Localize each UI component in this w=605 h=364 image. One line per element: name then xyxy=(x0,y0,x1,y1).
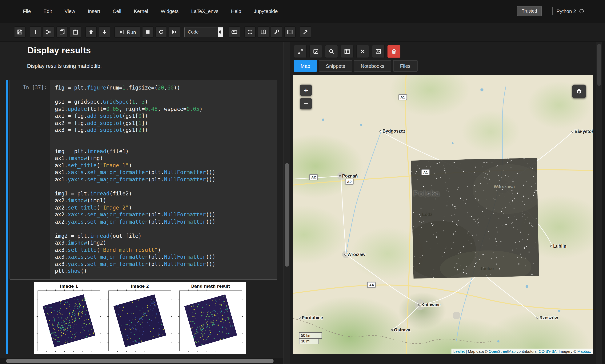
tab-notebooks[interactable]: Notebooks xyxy=(354,60,391,72)
map-scale: 50 km 30 mi xyxy=(299,332,322,344)
run-button[interactable]: Run xyxy=(114,26,140,38)
figure-subplot: Band math result xyxy=(176,283,245,353)
expand-icon xyxy=(297,48,303,54)
zoom-in-button[interactable]: + xyxy=(300,85,312,96)
city-label: Łódź xyxy=(422,212,432,217)
horizontal-scrollbar[interactable] xyxy=(0,358,283,364)
save-icon xyxy=(17,29,23,35)
road-badge-a2: A2 xyxy=(309,174,318,180)
city-dot-icon xyxy=(550,245,552,247)
wrench-button[interactable] xyxy=(271,26,282,38)
app-window: FileEditViewInsertCellKernelWidgetsLaTeX… xyxy=(0,0,605,364)
attribution-link[interactable]: Mapbox xyxy=(577,349,591,353)
attribution-link[interactable]: CC-BY-SA xyxy=(539,349,557,353)
menu-item-file[interactable]: File xyxy=(23,8,31,14)
menu-item-cell[interactable]: Cell xyxy=(113,8,121,14)
save-button[interactable] xyxy=(14,26,26,38)
cut-cells-button[interactable] xyxy=(43,26,54,38)
notebook-toolbar: Run Code xyxy=(0,22,605,42)
tab-snippets[interactable]: Snippets xyxy=(319,60,352,72)
city-dot-icon xyxy=(344,254,346,255)
code-editor[interactable]: fig = plt.figure(num=1,figsize=(20,60)) … xyxy=(50,80,277,279)
dropdown-arrow-icon xyxy=(218,27,223,37)
menu-item-widgets[interactable]: Widgets xyxy=(161,8,179,14)
move-cell-down-button[interactable] xyxy=(99,26,110,38)
city-dot-icon xyxy=(339,175,341,177)
menu-item-latex_envs[interactable]: LaTeX_envs xyxy=(191,8,219,14)
city-name: Pardubice xyxy=(302,315,323,320)
command-palette-button[interactable] xyxy=(229,26,240,38)
arrow-down-icon xyxy=(101,29,107,35)
zoom-control: + − xyxy=(300,85,312,109)
city-label: Kielce xyxy=(481,266,494,271)
interrupt-kernel-button[interactable] xyxy=(142,26,154,38)
menu-item-kernel[interactable]: Kernel xyxy=(134,8,148,14)
hammer-icon xyxy=(303,29,309,35)
menu-item-jupytepide[interactable]: Jupytepide xyxy=(254,8,278,14)
trusted-button[interactable]: Trusted xyxy=(517,6,542,16)
map-view[interactable]: Polska BydgoszczBiałystokPoznańWarszawaŁ… xyxy=(293,75,593,354)
sync-button[interactable] xyxy=(244,26,256,38)
menubar: FileEditViewInsertCellKernelWidgetsLaTeX… xyxy=(0,0,605,22)
checkbox-button[interactable] xyxy=(309,45,322,58)
film-grid-button[interactable] xyxy=(284,26,296,38)
attribution-link[interactable]: OpenStreetMap xyxy=(489,349,515,353)
menu-item-insert[interactable]: Insert xyxy=(88,8,100,14)
svg-text:Band math result: Band math result xyxy=(191,284,230,288)
book-icon xyxy=(260,29,266,35)
city-dot-icon xyxy=(536,317,538,319)
layers-icon xyxy=(576,88,582,95)
image-export-button[interactable] xyxy=(372,45,385,58)
city-name: Wrocław xyxy=(348,252,365,257)
notebook-description: Display results using matplotlib. xyxy=(27,63,102,69)
search-button[interactable] xyxy=(325,45,338,58)
attribution-link[interactable]: Leaflet xyxy=(453,349,465,353)
grid-button[interactable] xyxy=(341,45,354,58)
menubar-right: Trusted Python 2 xyxy=(517,0,584,22)
menu-item-edit[interactable]: Edit xyxy=(43,8,52,14)
tab-map[interactable]: Map xyxy=(294,60,317,72)
menu-item-help[interactable]: Help xyxy=(231,8,241,14)
tab-files[interactable]: Files xyxy=(393,60,417,72)
cell-output: Image 1Image 2Band math result xyxy=(34,282,277,354)
close-button[interactable] xyxy=(356,45,369,58)
svg-text:Image 2: Image 2 xyxy=(131,284,149,288)
plus-icon xyxy=(32,29,39,35)
city-label: Białystok xyxy=(571,129,593,134)
layers-control[interactable] xyxy=(572,85,586,98)
restart-kernel-button[interactable] xyxy=(155,26,167,38)
city-dot-icon xyxy=(418,304,420,306)
city-label: Lublin xyxy=(550,244,566,248)
notebook-scrollbar-thumb[interactable] xyxy=(285,163,289,267)
page-scrollbar[interactable] xyxy=(596,42,602,364)
delete-button[interactable] xyxy=(387,45,400,58)
city-name: Rzeszów xyxy=(540,315,558,320)
expand-button[interactable] xyxy=(294,45,307,58)
book-button[interactable] xyxy=(257,26,269,38)
horizontal-scrollbar-thumb[interactable] xyxy=(6,359,273,363)
city-dot-icon xyxy=(391,329,393,331)
step-forward-icon xyxy=(118,29,125,35)
cell-type-dropdown[interactable]: Code xyxy=(184,27,223,37)
restart-run-all-button[interactable] xyxy=(169,26,180,38)
notebook-scrollbar[interactable] xyxy=(283,42,290,364)
copy-cells-button[interactable] xyxy=(56,26,68,38)
tools-button[interactable] xyxy=(300,26,311,38)
zoom-out-button[interactable]: − xyxy=(300,98,312,109)
road-badge-a4: A4 xyxy=(367,282,376,288)
move-cell-up-button[interactable] xyxy=(85,26,97,38)
city-label: Bydgoszcz xyxy=(379,129,405,133)
cell-type-value: Code xyxy=(185,29,199,35)
city-dot-icon xyxy=(571,130,573,132)
scissors-icon xyxy=(46,29,52,35)
city-name: Katowice xyxy=(421,302,441,307)
city-name: Ostrava xyxy=(394,328,410,332)
code-cell[interactable]: In [37]: fig = plt.figure(num=1,figsize=… xyxy=(6,80,277,354)
attribution-text: , Imagery © xyxy=(557,349,577,353)
add-cell-button[interactable] xyxy=(30,26,41,38)
city-label: Poznań xyxy=(339,174,358,178)
panel-toolbar xyxy=(294,45,400,58)
page-scrollbar-thumb[interactable] xyxy=(597,44,601,86)
paste-cells-button[interactable] xyxy=(70,26,81,38)
menu-item-view[interactable]: View xyxy=(64,8,75,14)
